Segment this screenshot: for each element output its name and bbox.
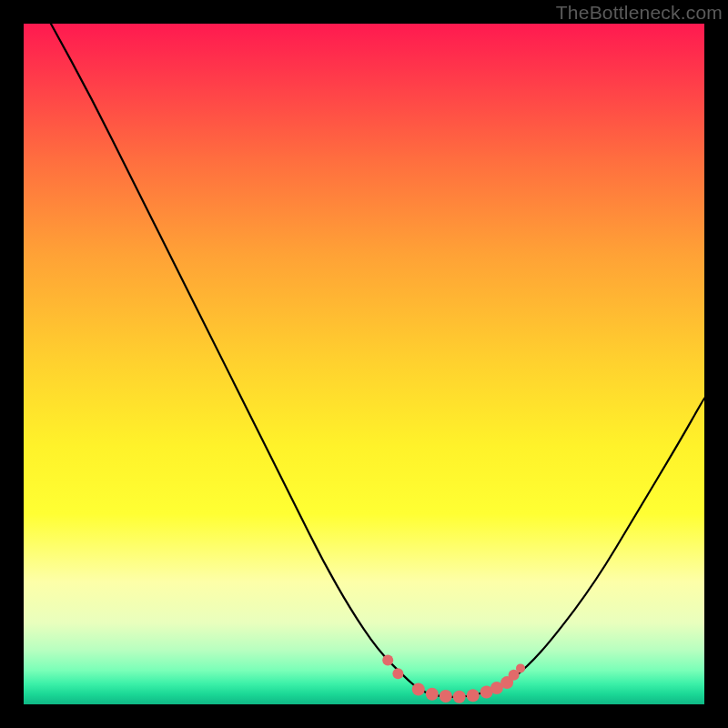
chart-plot-area [24, 24, 704, 704]
curve-marker [467, 689, 480, 702]
curve-marker [440, 690, 452, 703]
curve-marker [412, 683, 425, 696]
chart-svg [24, 24, 704, 704]
bottleneck-curve [51, 24, 704, 697]
curve-marker [426, 688, 439, 701]
curve-marker [453, 691, 466, 703]
curve-marker [516, 663, 525, 672]
watermark-text: TheBottleneck.com [556, 2, 723, 24]
curve-marker [392, 668, 403, 679]
curve-marker [382, 654, 393, 665]
highlighted-markers [382, 654, 525, 703]
